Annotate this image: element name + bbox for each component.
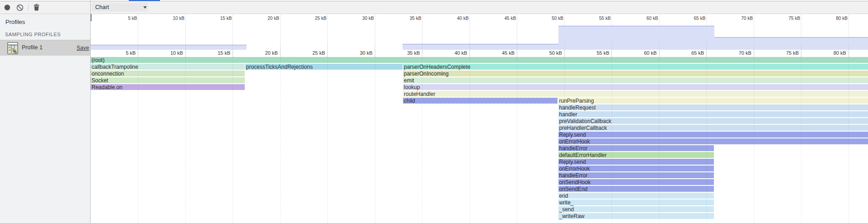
- svg-text:%: %: [13, 49, 17, 54]
